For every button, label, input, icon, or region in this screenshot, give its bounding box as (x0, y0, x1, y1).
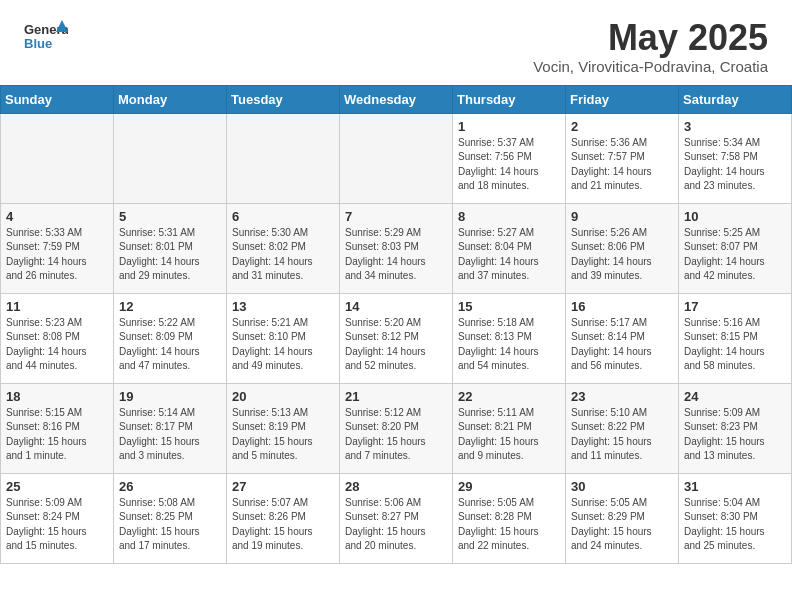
day-number: 15 (458, 299, 560, 314)
calendar-day-cell: 4Sunrise: 5:33 AM Sunset: 7:59 PM Daylig… (1, 203, 114, 293)
day-number: 20 (232, 389, 334, 404)
day-number: 1 (458, 119, 560, 134)
calendar-day-cell: 29Sunrise: 5:05 AM Sunset: 8:28 PM Dayli… (453, 473, 566, 563)
calendar-day-cell: 24Sunrise: 5:09 AM Sunset: 8:23 PM Dayli… (679, 383, 792, 473)
calendar-day-cell: 18Sunrise: 5:15 AM Sunset: 8:16 PM Dayli… (1, 383, 114, 473)
day-info: Sunrise: 5:33 AM Sunset: 7:59 PM Dayligh… (6, 226, 108, 284)
day-number: 12 (119, 299, 221, 314)
day-info: Sunrise: 5:20 AM Sunset: 8:12 PM Dayligh… (345, 316, 447, 374)
day-info: Sunrise: 5:23 AM Sunset: 8:08 PM Dayligh… (6, 316, 108, 374)
day-info: Sunrise: 5:05 AM Sunset: 8:28 PM Dayligh… (458, 496, 560, 554)
day-number: 26 (119, 479, 221, 494)
calendar-day-cell: 10Sunrise: 5:25 AM Sunset: 8:07 PM Dayli… (679, 203, 792, 293)
day-info: Sunrise: 5:09 AM Sunset: 8:24 PM Dayligh… (6, 496, 108, 554)
day-number: 19 (119, 389, 221, 404)
day-number: 24 (684, 389, 786, 404)
weekday-header-thursday: Thursday (453, 85, 566, 113)
day-info: Sunrise: 5:16 AM Sunset: 8:15 PM Dayligh… (684, 316, 786, 374)
calendar-day-cell: 23Sunrise: 5:10 AM Sunset: 8:22 PM Dayli… (566, 383, 679, 473)
location-subtitle: Vocin, Virovitica-Podravina, Croatia (533, 58, 768, 75)
calendar-day-cell: 8Sunrise: 5:27 AM Sunset: 8:04 PM Daylig… (453, 203, 566, 293)
calendar-week-row: 11Sunrise: 5:23 AM Sunset: 8:08 PM Dayli… (1, 293, 792, 383)
calendar-day-cell: 12Sunrise: 5:22 AM Sunset: 8:09 PM Dayli… (114, 293, 227, 383)
calendar-day-cell: 25Sunrise: 5:09 AM Sunset: 8:24 PM Dayli… (1, 473, 114, 563)
day-info: Sunrise: 5:15 AM Sunset: 8:16 PM Dayligh… (6, 406, 108, 464)
day-info: Sunrise: 5:12 AM Sunset: 8:20 PM Dayligh… (345, 406, 447, 464)
calendar-day-cell: 31Sunrise: 5:04 AM Sunset: 8:30 PM Dayli… (679, 473, 792, 563)
calendar-day-cell (340, 113, 453, 203)
weekday-header-sunday: Sunday (1, 85, 114, 113)
weekday-header-wednesday: Wednesday (340, 85, 453, 113)
weekday-header-saturday: Saturday (679, 85, 792, 113)
calendar-day-cell: 13Sunrise: 5:21 AM Sunset: 8:10 PM Dayli… (227, 293, 340, 383)
calendar-day-cell: 11Sunrise: 5:23 AM Sunset: 8:08 PM Dayli… (1, 293, 114, 383)
logo: General Blue (24, 18, 68, 54)
calendar-day-cell: 3Sunrise: 5:34 AM Sunset: 7:58 PM Daylig… (679, 113, 792, 203)
day-info: Sunrise: 5:14 AM Sunset: 8:17 PM Dayligh… (119, 406, 221, 464)
calendar-day-cell: 22Sunrise: 5:11 AM Sunset: 8:21 PM Dayli… (453, 383, 566, 473)
calendar-day-cell: 21Sunrise: 5:12 AM Sunset: 8:20 PM Dayli… (340, 383, 453, 473)
svg-text:Blue: Blue (24, 36, 52, 51)
calendar-day-cell: 30Sunrise: 5:05 AM Sunset: 8:29 PM Dayli… (566, 473, 679, 563)
day-number: 10 (684, 209, 786, 224)
calendar-week-row: 25Sunrise: 5:09 AM Sunset: 8:24 PM Dayli… (1, 473, 792, 563)
day-info: Sunrise: 5:34 AM Sunset: 7:58 PM Dayligh… (684, 136, 786, 194)
day-info: Sunrise: 5:04 AM Sunset: 8:30 PM Dayligh… (684, 496, 786, 554)
month-year-title: May 2025 (533, 18, 768, 58)
day-info: Sunrise: 5:09 AM Sunset: 8:23 PM Dayligh… (684, 406, 786, 464)
day-info: Sunrise: 5:18 AM Sunset: 8:13 PM Dayligh… (458, 316, 560, 374)
day-number: 29 (458, 479, 560, 494)
day-info: Sunrise: 5:26 AM Sunset: 8:06 PM Dayligh… (571, 226, 673, 284)
calendar-day-cell (227, 113, 340, 203)
day-number: 3 (684, 119, 786, 134)
calendar-day-cell: 28Sunrise: 5:06 AM Sunset: 8:27 PM Dayli… (340, 473, 453, 563)
calendar-day-cell: 15Sunrise: 5:18 AM Sunset: 8:13 PM Dayli… (453, 293, 566, 383)
day-number: 25 (6, 479, 108, 494)
day-number: 7 (345, 209, 447, 224)
calendar-day-cell (1, 113, 114, 203)
day-info: Sunrise: 5:11 AM Sunset: 8:21 PM Dayligh… (458, 406, 560, 464)
calendar-day-cell: 16Sunrise: 5:17 AM Sunset: 8:14 PM Dayli… (566, 293, 679, 383)
day-number: 4 (6, 209, 108, 224)
day-number: 8 (458, 209, 560, 224)
day-number: 27 (232, 479, 334, 494)
calendar-day-cell: 19Sunrise: 5:14 AM Sunset: 8:17 PM Dayli… (114, 383, 227, 473)
day-info: Sunrise: 5:21 AM Sunset: 8:10 PM Dayligh… (232, 316, 334, 374)
calendar-day-cell: 6Sunrise: 5:30 AM Sunset: 8:02 PM Daylig… (227, 203, 340, 293)
calendar-day-cell: 17Sunrise: 5:16 AM Sunset: 8:15 PM Dayli… (679, 293, 792, 383)
day-number: 11 (6, 299, 108, 314)
logo-icon: General Blue (24, 18, 68, 54)
calendar-day-cell (114, 113, 227, 203)
day-number: 16 (571, 299, 673, 314)
calendar-day-cell: 1Sunrise: 5:37 AM Sunset: 7:56 PM Daylig… (453, 113, 566, 203)
day-info: Sunrise: 5:29 AM Sunset: 8:03 PM Dayligh… (345, 226, 447, 284)
page-header: General Blue May 2025 Vocin, Virovitica-… (0, 0, 792, 85)
day-info: Sunrise: 5:31 AM Sunset: 8:01 PM Dayligh… (119, 226, 221, 284)
calendar-day-cell: 14Sunrise: 5:20 AM Sunset: 8:12 PM Dayli… (340, 293, 453, 383)
day-number: 6 (232, 209, 334, 224)
day-number: 23 (571, 389, 673, 404)
day-info: Sunrise: 5:27 AM Sunset: 8:04 PM Dayligh… (458, 226, 560, 284)
day-info: Sunrise: 5:05 AM Sunset: 8:29 PM Dayligh… (571, 496, 673, 554)
weekday-header-friday: Friday (566, 85, 679, 113)
day-number: 18 (6, 389, 108, 404)
day-info: Sunrise: 5:10 AM Sunset: 8:22 PM Dayligh… (571, 406, 673, 464)
calendar-day-cell: 9Sunrise: 5:26 AM Sunset: 8:06 PM Daylig… (566, 203, 679, 293)
weekday-header-row: SundayMondayTuesdayWednesdayThursdayFrid… (1, 85, 792, 113)
day-number: 9 (571, 209, 673, 224)
day-number: 22 (458, 389, 560, 404)
day-number: 17 (684, 299, 786, 314)
calendar-week-row: 18Sunrise: 5:15 AM Sunset: 8:16 PM Dayli… (1, 383, 792, 473)
day-number: 14 (345, 299, 447, 314)
day-number: 13 (232, 299, 334, 314)
day-number: 31 (684, 479, 786, 494)
calendar-day-cell: 2Sunrise: 5:36 AM Sunset: 7:57 PM Daylig… (566, 113, 679, 203)
calendar-day-cell: 7Sunrise: 5:29 AM Sunset: 8:03 PM Daylig… (340, 203, 453, 293)
day-number: 2 (571, 119, 673, 134)
weekday-header-tuesday: Tuesday (227, 85, 340, 113)
day-info: Sunrise: 5:13 AM Sunset: 8:19 PM Dayligh… (232, 406, 334, 464)
day-info: Sunrise: 5:37 AM Sunset: 7:56 PM Dayligh… (458, 136, 560, 194)
weekday-header-monday: Monday (114, 85, 227, 113)
day-info: Sunrise: 5:30 AM Sunset: 8:02 PM Dayligh… (232, 226, 334, 284)
day-info: Sunrise: 5:07 AM Sunset: 8:26 PM Dayligh… (232, 496, 334, 554)
